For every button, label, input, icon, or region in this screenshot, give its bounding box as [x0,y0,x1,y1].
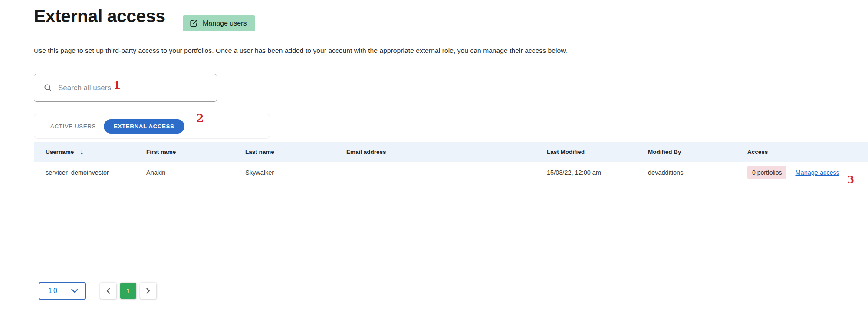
column-header-last-name[interactable]: Last name [245,149,346,155]
table-header-row: Username ↓ First name Last name Email ad… [34,142,868,162]
external-link-icon [190,19,198,27]
sort-descending-icon[interactable]: ↓ [80,148,83,156]
chevron-right-icon [146,288,150,294]
column-header-access[interactable]: Access [747,149,868,155]
page-description: Use this page to set up third-party acce… [34,47,567,55]
page-title: External access [34,6,165,26]
external-users-table: Username ↓ First name Last name Email ad… [34,142,868,183]
cell-first-name: Anakin [146,169,245,176]
table-row: servicer_demoinvestor Anakin Skywalker 1… [34,162,868,183]
search-box[interactable] [34,74,217,102]
next-page-button[interactable] [140,283,156,299]
tab-active-users[interactable]: ACTIVE USERS [46,119,100,134]
annotation-marker-2: 2 [196,113,204,124]
manage-users-button[interactable]: Manage users [183,15,255,31]
chevron-down-icon [71,289,78,293]
cell-last-modified: 15/03/22, 12:00 am [547,169,648,176]
search-input[interactable] [58,84,210,92]
page-size-select[interactable]: 10 [39,282,86,300]
page-size-value: 10 [48,287,59,295]
column-header-first-name[interactable]: First name [146,149,245,155]
manage-users-label: Manage users [203,20,247,27]
user-tabs: ACTIVE USERS EXTERNAL ACCESS [34,114,270,139]
tab-external-access[interactable]: EXTERNAL ACCESS [104,119,184,134]
search-icon [43,83,53,92]
column-header-last-modified[interactable]: Last Modified [547,149,648,155]
annotation-marker-3: 3 [847,174,854,184]
column-header-email[interactable]: Email address [346,149,547,155]
external-access-page: External access Manage users Use this pa… [0,0,868,313]
page-number-1-button[interactable]: 1 [120,283,136,299]
cell-username: servicer_demoinvestor [46,169,146,176]
column-header-username[interactable]: Username ↓ [46,148,146,156]
previous-page-button[interactable] [100,283,116,299]
cell-last-name: Skywalker [245,169,346,176]
column-header-modified-by[interactable]: Modified By [648,149,747,155]
manage-access-link[interactable]: Manage access [795,169,839,176]
cell-modified-by: devadditions [648,169,747,176]
chevron-left-icon [106,288,110,294]
portfolio-count-badge: 0 portfolios [747,166,786,179]
annotation-marker-1: 1 [113,80,121,91]
